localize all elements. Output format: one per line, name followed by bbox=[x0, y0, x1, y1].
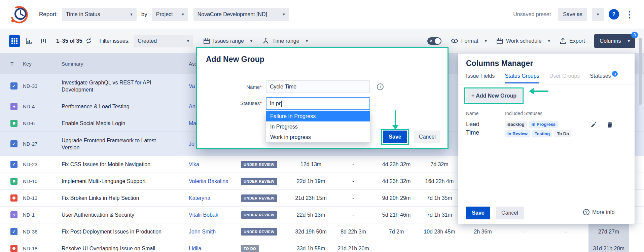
edit-group-button[interactable] bbox=[591, 121, 597, 128]
group-by-select[interactable]: Project ▾ bbox=[152, 8, 188, 21]
issue-assignee[interactable]: Lidiia bbox=[189, 240, 239, 252]
issue-summary[interactable]: Implement Multi-Language Support bbox=[62, 173, 173, 189]
delete-group-button[interactable] bbox=[607, 121, 613, 128]
issue-assignee[interactable]: John Smith bbox=[189, 223, 239, 240]
modal-cancel-button[interactable]: Cancel bbox=[414, 131, 440, 143]
help-icon: ? bbox=[612, 11, 616, 17]
issue-summary[interactable]: Fix CSS Issues for Mobile Navigation bbox=[62, 156, 173, 173]
chevron-down-icon: ▾ bbox=[597, 12, 599, 17]
time-in-status-cell: 27d 27m bbox=[588, 223, 629, 240]
time-in-status-cell: 7d 32m bbox=[419, 156, 460, 173]
time-in-status-cell: 21d 23h 15m bbox=[291, 190, 331, 206]
issue-key[interactable]: ND-27 bbox=[23, 132, 60, 156]
calendar-icon bbox=[496, 38, 503, 44]
more-info-link[interactable]: ? More info bbox=[583, 209, 615, 215]
issue-summary[interactable]: Enable Social Media Login bbox=[62, 115, 173, 132]
column-header-key[interactable]: Key bbox=[23, 53, 60, 74]
save-as-dropdown-button[interactable]: ▾ bbox=[592, 8, 604, 21]
issue-key[interactable]: ND-6 bbox=[23, 115, 60, 132]
info-icon[interactable]: i bbox=[377, 83, 384, 90]
time-in-status-cell: - bbox=[333, 173, 373, 189]
issue-key[interactable]: ND-1 bbox=[23, 207, 60, 223]
save-as-button[interactable]: Save as bbox=[558, 8, 587, 21]
status-lozenge: Testing bbox=[532, 130, 552, 137]
issue-row-ND-36[interactable]: ✓ND-36Fix Post-Deployment Issues in Prod… bbox=[0, 223, 644, 240]
toggle-knob bbox=[435, 38, 441, 44]
time-in-status-cell: 7d 1h 35m bbox=[419, 190, 460, 206]
chart-icon bbox=[26, 38, 32, 44]
report-type-select[interactable]: Time in Status ▾ bbox=[62, 8, 137, 21]
export-control[interactable]: Export bbox=[560, 38, 585, 44]
issue-key[interactable]: ND-18 bbox=[23, 240, 60, 252]
issue-summary[interactable]: Upgrade Frontend Framework to Latest Ver… bbox=[62, 132, 173, 156]
panel-save-button[interactable]: Save bbox=[466, 207, 490, 219]
work-schedule-control[interactable]: Work schedule ▾ bbox=[496, 38, 550, 44]
time-in-status-cell: 8d 22h 3m bbox=[333, 223, 373, 240]
delete-icon bbox=[607, 121, 613, 128]
status-lozenge: In Progress bbox=[529, 121, 558, 128]
group-name-input[interactable]: Cycle Time bbox=[266, 80, 370, 93]
dropdown-option[interactable]: Failure In Progress bbox=[266, 111, 370, 121]
columns-button[interactable]: Columns ▾ 3 bbox=[594, 34, 635, 48]
issue-summary[interactable]: Resolve UI Overlapping Issue on Small bbox=[62, 240, 173, 252]
add-group-wrap: + Add New Group bbox=[466, 89, 522, 103]
issue-key[interactable]: ND-13 bbox=[23, 190, 60, 206]
time-range-control[interactable]: Time range ▾ bbox=[262, 38, 308, 44]
dropdown-option[interactable]: In Progress bbox=[266, 121, 370, 132]
issue-summary[interactable]: Fix Broken Links in Help Section bbox=[62, 190, 173, 206]
statuses-search-input[interactable]: In pr bbox=[266, 97, 370, 110]
issue-key[interactable]: ND-36 bbox=[23, 223, 60, 240]
panel-cancel-button[interactable]: Cancel bbox=[496, 207, 524, 219]
more-menu-button[interactable]: ⋮ bbox=[624, 10, 635, 19]
clear-filters-toggle[interactable]: ✕ bbox=[427, 37, 441, 45]
tab-issue-fields[interactable]: Issue Fields bbox=[466, 73, 495, 83]
refresh-button[interactable] bbox=[85, 38, 92, 44]
filter-field-select[interactable]: Created ▾ bbox=[134, 35, 193, 47]
help-button[interactable]: ? bbox=[609, 9, 619, 20]
board-view-button[interactable] bbox=[38, 35, 49, 47]
issue-assignee[interactable]: Valeriia Bakalina bbox=[189, 173, 239, 189]
time-in-status-cell: 22d 1h 19m bbox=[291, 173, 331, 189]
format-control[interactable]: Format ▾ bbox=[451, 38, 487, 44]
project-select[interactable]: NovaCore Development [ND] ▾ bbox=[193, 8, 289, 21]
issue-summary[interactable]: Fix Post-Deployment Issues in Production bbox=[62, 223, 173, 240]
issue-summary[interactable]: User Authentication & Security bbox=[62, 207, 173, 223]
time-in-status-cell: 9d 20h 29m bbox=[376, 190, 417, 206]
status-chip: UNDER REVIEW bbox=[241, 161, 277, 168]
issue-key[interactable]: ND-33 bbox=[23, 74, 60, 98]
issue-assignee[interactable]: Vitalii Bobak bbox=[189, 207, 239, 223]
required-asterisk: * bbox=[260, 84, 262, 90]
issue-key[interactable]: ND-4 bbox=[23, 98, 60, 115]
time-in-status-cell: 7d 1h 31m bbox=[419, 207, 460, 223]
modal-save-button[interactable]: Save bbox=[383, 131, 407, 143]
dropdown-option[interactable]: Work in progress bbox=[266, 132, 370, 142]
issue-status: UNDER REVIEW bbox=[241, 156, 291, 173]
issues-range-control[interactable]: Issues range ▾ bbox=[203, 38, 252, 44]
issue-key[interactable]: ND-23 bbox=[23, 156, 60, 173]
issue-assignee[interactable]: Kateryna bbox=[189, 190, 239, 206]
issue-summary[interactable]: Performance & Load Testing bbox=[62, 98, 173, 115]
modal-divider bbox=[197, 70, 448, 70]
column-header-type[interactable]: T bbox=[10, 53, 20, 74]
time-in-status-cell: 5d 21h 46m bbox=[376, 207, 417, 223]
issue-row-ND-18[interactable]: ND-18Resolve UI Overlapping Issue on Sma… bbox=[0, 240, 644, 252]
time-in-status-cell: - bbox=[546, 223, 586, 240]
column-header-summary[interactable]: Summary bbox=[62, 53, 173, 74]
by-label: by bbox=[141, 11, 147, 18]
issue-assignee[interactable]: Vika bbox=[189, 156, 239, 173]
issue-key[interactable]: ND-10 bbox=[23, 173, 60, 189]
issue-summary[interactable]: Investigate GraphQL vs REST for API Deve… bbox=[62, 74, 173, 98]
vertical-scrollbar[interactable] bbox=[639, 38, 642, 105]
issue-status: UNDER REVIEW bbox=[241, 223, 291, 240]
add-new-group-button[interactable]: + Add New Group bbox=[466, 89, 522, 103]
chart-view-button[interactable] bbox=[23, 35, 35, 47]
bug-icon bbox=[10, 194, 17, 202]
time-in-status-cell: 22d 5h 13m bbox=[291, 207, 331, 223]
tab-status-groups[interactable]: Status Groups bbox=[505, 73, 539, 83]
more-info-help-icon: ? bbox=[583, 209, 589, 215]
statuses-field-label: Statuses* bbox=[197, 100, 262, 106]
modal-title: Add New Group bbox=[206, 55, 264, 64]
table-view-button[interactable] bbox=[9, 35, 20, 47]
tab-statuses[interactable]: Statuses3 bbox=[590, 73, 617, 83]
text-cursor bbox=[281, 101, 282, 107]
